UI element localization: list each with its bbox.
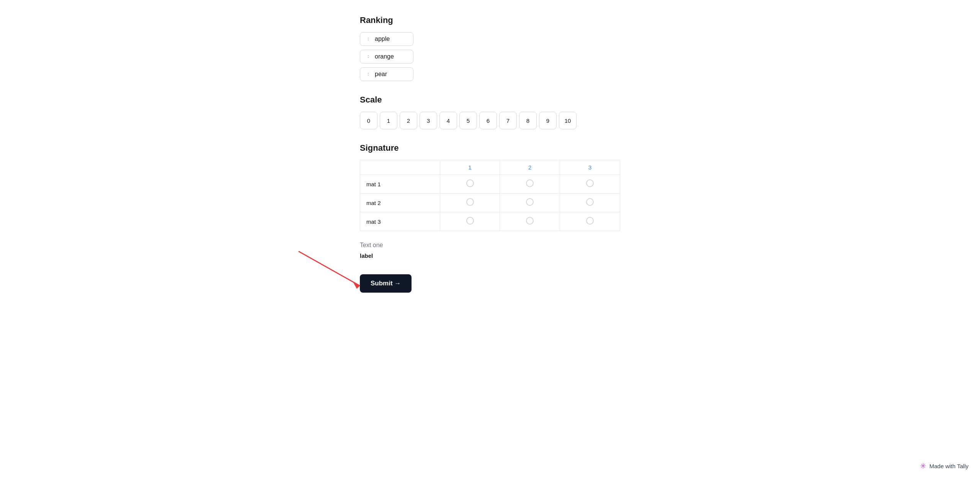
scale-btn-7[interactable]: 7 [499,112,517,129]
scale-btn-5[interactable]: 5 [459,112,477,129]
matrix-cell[interactable] [500,194,560,212]
radio-mat2-col1[interactable] [466,198,474,206]
matrix-cell[interactable] [560,175,620,194]
matrix-row-label: mat 1 [360,175,440,194]
matrix-cell[interactable] [500,212,560,231]
matrix-cell[interactable] [440,175,500,194]
radio-mat3-col2[interactable] [526,217,534,225]
radio-mat2-col2[interactable] [526,198,534,206]
matrix-cell[interactable] [440,212,500,231]
submit-button[interactable]: Submit → [360,274,412,293]
drag-icon [366,36,371,42]
ranking-item-label: orange [375,53,394,60]
label-bold-text: label [360,252,620,259]
svg-marker-1 [353,282,360,289]
scale-btn-2[interactable]: 2 [400,112,417,129]
signature-title: Signature [360,143,620,153]
matrix-cell[interactable] [560,194,620,212]
drag-icon [366,54,371,59]
scale-btn-0[interactable]: 0 [360,112,377,129]
matrix-col-header-2: 2 [500,160,560,175]
matrix-col-header-3: 3 [560,160,620,175]
scale-btn-3[interactable]: 3 [420,112,437,129]
svg-line-0 [299,251,360,286]
radio-mat1-col2[interactable] [526,179,534,187]
scale-section: Scale 0 1 2 3 4 5 6 7 8 9 10 [360,95,620,129]
scale-btn-10[interactable]: 10 [559,112,577,129]
made-with-tally-footer: ✳ Made with Tally [920,461,969,471]
drag-icon [366,72,371,77]
ranking-item-apple[interactable]: apple [360,32,413,46]
ranking-item-pear[interactable]: pear [360,67,413,81]
matrix-row-label: mat 3 [360,212,440,231]
text-one-section: Text one label [360,242,620,259]
matrix-col-header-1: 1 [440,160,500,175]
matrix-col-header-0 [360,160,440,175]
table-row: mat 2 [360,194,620,212]
radio-mat3-col1[interactable] [466,217,474,225]
table-row: mat 1 [360,175,620,194]
ranking-item-label: pear [375,71,387,78]
radio-mat3-col3[interactable] [586,217,594,225]
radio-mat1-col1[interactable] [466,179,474,187]
table-row: mat 3 [360,212,620,231]
tally-icon: ✳ [920,461,926,471]
scale-btn-1[interactable]: 1 [380,112,397,129]
scale-title: Scale [360,95,620,105]
radio-mat2-col3[interactable] [586,198,594,206]
ranking-title: Ranking [360,15,620,25]
scale-btn-9[interactable]: 9 [539,112,557,129]
submit-section: Submit → [360,274,620,293]
matrix-cell[interactable] [440,194,500,212]
text-one-label: Text one [360,242,620,249]
scale-btn-8[interactable]: 8 [519,112,537,129]
scale-btn-6[interactable]: 6 [479,112,497,129]
made-with-tally-text: Made with Tally [929,463,969,469]
matrix-cell[interactable] [500,175,560,194]
scale-btn-4[interactable]: 4 [439,112,457,129]
scale-buttons-group: 0 1 2 3 4 5 6 7 8 9 10 [360,112,620,129]
radio-mat1-col3[interactable] [586,179,594,187]
submit-label: Submit → [371,280,401,287]
ranking-item-label: apple [375,36,390,42]
matrix-row-label: mat 2 [360,194,440,212]
ranking-item-orange[interactable]: orange [360,50,413,64]
matrix-cell[interactable] [560,212,620,231]
signature-section: Signature 1 2 3 mat 1 mat 2 [360,143,620,231]
ranking-section: Ranking apple orange [360,15,620,81]
matrix-table: 1 2 3 mat 1 mat 2 [360,160,620,231]
